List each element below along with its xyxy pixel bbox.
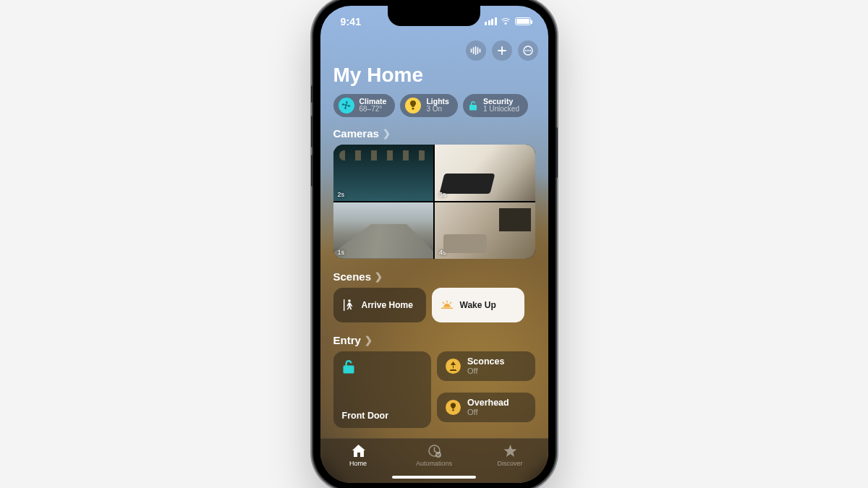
chip-detail: 68–72° <box>359 106 387 114</box>
page-title: My Home <box>320 61 548 94</box>
camera-timestamp: 4s <box>439 249 446 256</box>
star-icon <box>503 444 517 458</box>
more-button[interactable] <box>518 40 538 61</box>
tab-discover[interactable]: Discover <box>472 444 548 467</box>
battery-icon <box>515 17 531 25</box>
chevron-right-icon: ❯ <box>383 128 391 139</box>
tab-home[interactable]: Home <box>320 444 396 467</box>
camera-tile[interactable]: 1s <box>333 202 434 259</box>
scene-wake-up[interactable]: Wake Up <box>432 288 524 322</box>
bulb-icon <box>405 98 421 114</box>
camera-timestamp: 2s <box>338 191 345 198</box>
section-header-entry[interactable]: Entry ❯ <box>320 334 548 351</box>
tile-state: Off <box>467 408 509 416</box>
section-title: Cameras <box>333 127 379 140</box>
tile-state: Off <box>467 367 504 375</box>
notch <box>388 6 480 26</box>
svg-point-10 <box>529 50 531 51</box>
chip-detail: 1 Unlocked <box>483 106 519 114</box>
person-door-icon <box>342 299 355 312</box>
tab-automations[interactable]: Automations <box>396 444 472 467</box>
tab-label: Automations <box>416 460 452 467</box>
section-header-scenes[interactable]: Scenes ❯ <box>320 270 548 288</box>
chip-climate[interactable]: Climate 68–72° <box>333 94 396 117</box>
add-button[interactable] <box>492 40 512 61</box>
status-time: 9:41 <box>341 16 362 27</box>
camera-tile[interactable]: 2s <box>333 145 434 201</box>
tile-front-door[interactable]: Front Door <box>333 351 432 428</box>
svg-point-8 <box>525 50 527 51</box>
camera-timestamp: 1s <box>338 249 345 256</box>
chevron-right-icon: ❯ <box>375 271 383 282</box>
camera-tile[interactable]: 3s <box>435 145 535 201</box>
section-title: Entry <box>333 334 361 346</box>
app-content: My Home Climate 68 <box>320 6 548 483</box>
camera-timestamp: 3s <box>439 191 446 198</box>
svg-point-11 <box>345 104 347 106</box>
scene-label: Arrive Home <box>362 300 413 310</box>
home-indicator[interactable] <box>392 476 476 479</box>
tile-overhead[interactable]: Overhead Off <box>437 393 535 422</box>
sunrise-icon <box>441 300 454 310</box>
tile-name: Sconces <box>467 356 504 367</box>
svg-rect-12 <box>344 299 344 311</box>
bulb-icon <box>446 400 461 415</box>
section-title: Scenes <box>333 270 372 283</box>
chevron-right-icon: ❯ <box>365 335 373 346</box>
lock-icon <box>342 359 423 378</box>
svg-line-15 <box>443 302 443 303</box>
svg-line-16 <box>450 302 451 303</box>
section-header-cameras[interactable]: Cameras ❯ <box>320 127 548 145</box>
scene-arrive-home[interactable]: Arrive Home <box>333 288 426 322</box>
lock-icon <box>468 98 478 114</box>
svg-point-13 <box>348 299 351 302</box>
entry-grid: Front Door Sconces Off Ov <box>320 351 548 428</box>
phone-frame: 9:41 <box>313 0 556 488</box>
tile-name: Overhead <box>467 398 509 408</box>
ellipsis-icon <box>523 46 533 56</box>
header-actions <box>320 38 548 61</box>
tab-bar: Home Automations Discover <box>320 438 548 483</box>
plus-icon <box>497 46 507 56</box>
announce-button[interactable] <box>466 40 486 61</box>
clock-check-icon <box>427 444 441 458</box>
waveform-icon <box>470 46 481 55</box>
category-row[interactable]: Climate 68–72° Lights 3 On <box>320 94 548 127</box>
tab-label: Discover <box>497 460 522 467</box>
cellular-icon <box>485 17 497 25</box>
house-icon <box>351 444 366 458</box>
chip-security[interactable]: Security 1 Unlocked <box>463 94 528 117</box>
camera-tile[interactable]: 4s <box>435 202 535 259</box>
chip-detail: 3 On <box>426 106 449 114</box>
lamp-icon <box>446 359 461 374</box>
scene-label: Wake Up <box>460 300 496 310</box>
svg-point-9 <box>527 50 529 51</box>
cameras-grid: 2s 3s 1s 4s <box>333 145 535 259</box>
wifi-icon <box>501 17 511 25</box>
chip-lights[interactable]: Lights 3 On <box>400 94 458 117</box>
tab-label: Home <box>349 460 367 467</box>
screen: 9:41 <box>320 6 548 483</box>
tile-name: Front Door <box>342 411 423 421</box>
fan-icon <box>339 98 354 114</box>
tile-sconces[interactable]: Sconces Off <box>437 351 535 381</box>
scenes-row: Arrive Home W <box>320 288 548 334</box>
